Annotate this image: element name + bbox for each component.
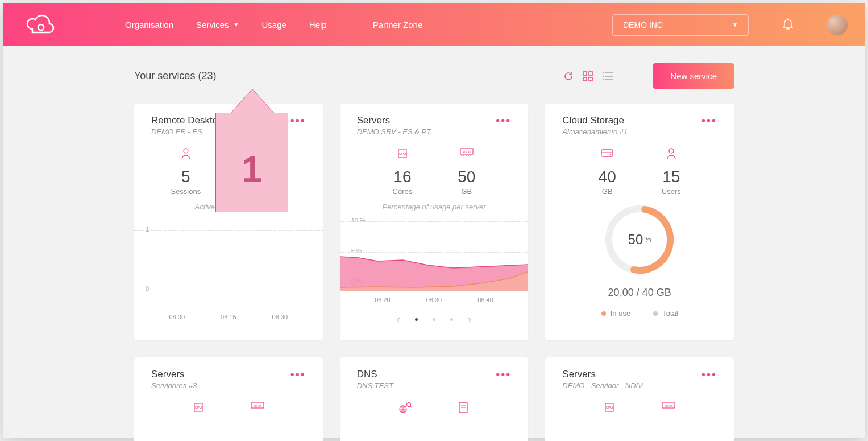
list-view-icon[interactable] [602, 71, 613, 81]
refresh-icon[interactable] [563, 71, 574, 81]
chevron-down-icon: ▼ [234, 22, 239, 28]
card-servers[interactable]: Servers DEMO SRV - ES & PT ••• CPU 16 Co… [340, 104, 529, 340]
ram-icon: RAM [250, 401, 265, 415]
grid-view-icon[interactable] [583, 71, 593, 81]
svg-rect-1 [583, 72, 587, 75]
stat-value: 40 [599, 168, 616, 186]
nav-usage[interactable]: Usage [262, 20, 286, 30]
svg-rect-4 [589, 77, 592, 81]
svg-rect-12 [260, 149, 272, 155]
page-heading: Your services (23) [134, 70, 216, 82]
user-avatar[interactable] [827, 15, 848, 35]
pager-dot[interactable] [433, 318, 435, 321]
donut-percent: 50 [628, 232, 643, 248]
svg-text:RAM: RAM [463, 150, 470, 154]
nav-services-label: Services [196, 20, 229, 30]
user-icon [171, 147, 201, 161]
pager-dot[interactable] [415, 318, 418, 321]
chart-caption: Active user sessions [151, 203, 306, 211]
x-tick: 08:20 [375, 296, 391, 303]
card-title: Servers [357, 115, 431, 126]
svg-rect-8 [605, 76, 613, 77]
card-more-icon[interactable]: ••• [496, 369, 511, 380]
stat-value: 50 [458, 168, 475, 186]
svg-text:RAM: RAM [254, 404, 261, 407]
svg-point-0 [38, 24, 44, 30]
svg-rect-3 [583, 77, 587, 81]
legend-label: In use [610, 309, 630, 318]
usage-chart: 10 % 5 % 0 % [340, 217, 529, 291]
storage-usage-text: 20,00 / 40 GB [562, 287, 717, 299]
svg-line-30 [410, 406, 412, 408]
card-subtitle: DEMO - Servidor - NDIV [562, 381, 643, 390]
svg-rect-13 [264, 156, 268, 158]
record-icon [458, 401, 469, 415]
card-more-icon[interactable]: ••• [290, 369, 306, 380]
svg-rect-2 [589, 72, 592, 75]
card-subtitle: DEMO SRV - ES & PT [357, 127, 431, 136]
card-subtitle: Almacenamiento #1 [562, 127, 628, 136]
x-axis: 08:20 08:30 08:40 [357, 296, 512, 303]
card-subtitle: DEMO ER - ES [151, 127, 223, 136]
x-tick: 08:30 [426, 296, 442, 303]
svg-text:RAM: RAM [665, 404, 672, 407]
stat-value: 5 [171, 168, 201, 186]
card-more-icon[interactable]: ••• [701, 369, 717, 380]
card-servers-ndiv[interactable]: Servers DEMO - Servidor - NDIV ••• CPU R… [545, 357, 734, 441]
card-remote-desktop[interactable]: Remote Desktop DEMO ER - ES ••• 5 Sessio… [134, 104, 323, 340]
storage-legend: In use Total [562, 309, 717, 318]
chart-caption: Percentage of usage per server [357, 203, 512, 211]
stat-label: Cores [393, 187, 413, 196]
pager-prev[interactable]: ‹ [397, 314, 400, 325]
ram-icon: RAM [458, 147, 475, 161]
stat-label: GB [599, 187, 616, 196]
chart-pager: ‹ › [357, 314, 512, 325]
svg-rect-10 [605, 79, 613, 80]
card-more-icon[interactable]: ••• [290, 115, 306, 126]
disk-icon [599, 147, 616, 161]
stat-label: Users [662, 187, 681, 196]
svg-rect-6 [605, 72, 613, 73]
stat-value: 27 [246, 168, 286, 186]
card-title: DNS [357, 369, 393, 380]
nav-partner[interactable]: Partner Zone [373, 20, 423, 30]
x-tick: 08:00 [169, 314, 185, 320]
svg-point-19 [610, 154, 611, 155]
svg-point-5 [603, 72, 604, 73]
card-title: Servers [151, 369, 197, 380]
y-tick: 1 [146, 226, 149, 233]
card-more-icon[interactable]: ••• [701, 115, 717, 126]
svg-text:CPU: CPU [399, 152, 406, 155]
notifications-icon[interactable] [783, 18, 793, 32]
nav-services[interactable]: Services▼ [196, 20, 239, 30]
x-axis: 08:00 08:15 08:30 [151, 314, 306, 320]
card-more-icon[interactable]: ••• [496, 115, 511, 126]
pager-dot[interactable] [450, 318, 453, 321]
svg-point-21 [669, 149, 674, 153]
nav-organisation[interactable]: Organisation [125, 20, 173, 30]
cpu-icon: CPU [603, 401, 616, 415]
nav-help[interactable]: Help [309, 20, 327, 30]
svg-point-11 [184, 149, 188, 153]
x-tick: 08:30 [272, 314, 288, 320]
card-servers-3[interactable]: Servers Servidores #3 ••• CPU RAM [134, 357, 323, 441]
card-cloud-storage[interactable]: Cloud Storage Almacenamiento #1 ••• 40 G… [545, 104, 734, 340]
svg-rect-18 [601, 150, 613, 156]
cpu-icon: CPU [393, 147, 413, 161]
new-service-button[interactable]: New service [653, 63, 734, 89]
logo[interactable] [26, 14, 57, 36]
legend-label: Total [662, 309, 678, 318]
org-selector-label: DEMO INC [623, 20, 663, 30]
card-subtitle: Servidores #3 [151, 381, 197, 390]
cpu-icon: CPU [192, 401, 205, 415]
card-title: Remote Desktop [151, 115, 223, 126]
svg-point-29 [407, 403, 411, 407]
org-selector[interactable]: DEMO INC ▼ [612, 14, 749, 36]
pager-next[interactable]: › [468, 314, 471, 325]
svg-point-7 [603, 75, 604, 77]
sessions-chart: 1 0 [134, 217, 323, 308]
chevron-down-icon: ▼ [732, 22, 738, 28]
stat-value: 15 [662, 168, 681, 186]
card-dns[interactable]: DNS DNS TEST ••• [340, 357, 529, 441]
user-icon [662, 147, 681, 161]
